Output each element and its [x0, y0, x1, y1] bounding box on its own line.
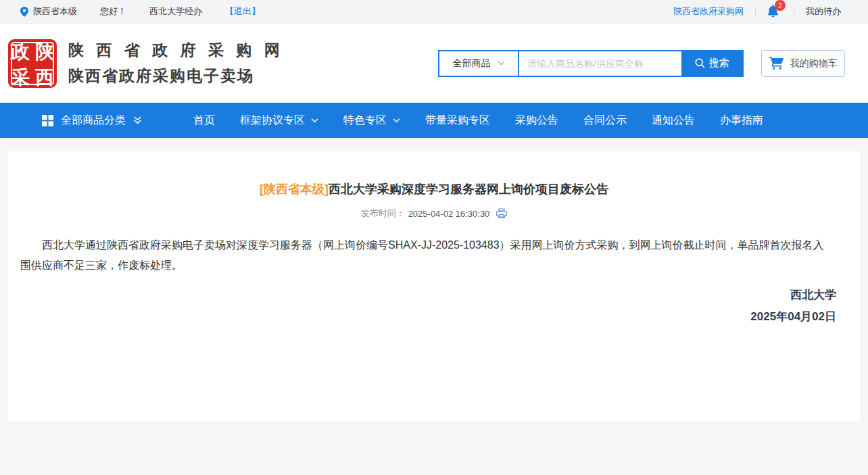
nav-item-procurement-announcements[interactable]: 采购公告: [515, 114, 558, 128]
all-categories-menu[interactable]: 全部商品分类: [0, 114, 142, 128]
logo-char: 采: [8, 65, 32, 91]
nav-item-label: 办事指南: [720, 114, 763, 128]
nav-item-label: 采购公告: [515, 114, 558, 128]
nav-item-contract-publicity[interactable]: 合同公示: [583, 114, 627, 128]
nav-item-label: 带量采购专区: [425, 114, 490, 128]
double-chevron-down-icon: [133, 116, 142, 124]
search-input[interactable]: [519, 51, 681, 76]
operator-name: 西北大学经办: [149, 5, 202, 18]
portal-link[interactable]: 陕西省政府采购网: [673, 5, 744, 18]
content-area: [陕西省本级]西北大学采购深度学习服务器网上询价项目废标公告 发布时间： 202…: [0, 138, 868, 422]
logout-link[interactable]: 【退出】: [225, 5, 260, 18]
search-button-label: 搜索: [709, 57, 729, 70]
nav-item-notices[interactable]: 通知公告: [652, 114, 695, 128]
nav-item-label: 通知公告: [652, 114, 695, 128]
greeting-text: 您好！: [100, 5, 126, 18]
notification-badge: 2: [775, 0, 786, 11]
location-pin-icon: [20, 7, 28, 17]
all-categories-label: 全部商品分类: [61, 114, 126, 128]
nav-item-volume-purchase-zone[interactable]: 带量采购专区: [425, 114, 490, 128]
search-category-select[interactable]: 全部商品: [439, 51, 519, 76]
site-logo[interactable]: 政 陕 采 西: [8, 39, 57, 88]
print-icon[interactable]: [496, 208, 507, 219]
logo-char: 陕: [32, 39, 57, 65]
nav-item-framework-zone[interactable]: 框架协议专区: [240, 114, 318, 128]
divider: [794, 7, 794, 16]
announcement-card: [陕西省本级]西北大学采购深度学习服务器网上询价项目废标公告 发布时间： 202…: [8, 151, 860, 422]
grid-icon: [42, 115, 53, 126]
divider: [755, 7, 756, 16]
site-title-block: 陕 西 省 政 府 采 购 网 陕西省政府采购电子卖场: [68, 40, 284, 86]
nav-item-label: 首页: [193, 114, 215, 128]
topbar-left: 陕西省本级 您好！ 西北大学经办 【退出】: [20, 5, 283, 18]
nav-menu: 首页 框架协议专区 特色专区 带量采购专区 采购公告 合同公示 通知公告 办事指…: [193, 114, 763, 128]
nav-item-label: 合同公示: [583, 114, 627, 128]
cart-icon: [769, 57, 783, 70]
todo-link[interactable]: 我的待办: [806, 5, 841, 18]
chevron-down-icon: [311, 118, 318, 123]
site-header: 政 陕 采 西 陕 西 省 政 府 采 购 网 陕西省政府采购电子卖场 全部商品…: [0, 24, 868, 103]
announcement-body: 西北大学通过陕西省政府采购电子卖场对深度学习服务器（网上询价编号SHAX-JJ-…: [20, 235, 825, 276]
announcement-title: [陕西省本级]西北大学采购深度学习服务器网上询价项目废标公告: [8, 181, 860, 197]
chevron-down-icon: [498, 61, 505, 66]
nav-item-label: 特色专区: [343, 114, 387, 128]
publish-time-label: 发布时间：: [361, 207, 405, 220]
chevron-down-icon: [393, 118, 400, 123]
publish-meta: 发布时间： 2025-04-02 16:30:30: [8, 207, 860, 220]
notification-bell-icon[interactable]: 2: [767, 5, 782, 18]
location-selector[interactable]: 陕西省本级: [20, 5, 77, 18]
main-nav: 全部商品分类 首页 框架协议专区 特色专区 带量采购专区 采购公告 合同公示 通…: [0, 103, 868, 138]
search-button[interactable]: 搜索: [681, 51, 742, 76]
site-title-line2: 陕西省政府采购电子卖场: [68, 66, 284, 86]
search-bar: 全部商品 搜索: [438, 50, 744, 77]
cart-button[interactable]: 我的购物车: [761, 50, 845, 77]
topbar-right: 陕西省政府采购网 2 我的待办: [673, 5, 841, 18]
announcement-title-text: 西北大学采购深度学习服务器网上询价项目废标公告: [329, 182, 608, 196]
nav-item-featured-zone[interactable]: 特色专区: [343, 114, 400, 128]
logo-char: 西: [32, 65, 57, 91]
signature-org: 西北大学: [8, 284, 836, 306]
nav-item-service-guide[interactable]: 办事指南: [720, 114, 763, 128]
search-category-value: 全部商品: [453, 57, 491, 70]
site-title-line1: 陕 西 省 政 府 采 购 网: [68, 40, 284, 61]
signature-date: 2025年04月02日: [8, 306, 836, 328]
nav-item-label: 框架协议专区: [240, 114, 305, 128]
search-icon: [695, 58, 705, 68]
topbar: 陕西省本级 您好！ 西北大学经办 【退出】 陕西省政府采购网 2 我的待办: [0, 0, 868, 24]
region-tag: [陕西省本级]: [260, 182, 329, 196]
publish-time-value: 2025-04-02 16:30:30: [408, 209, 490, 219]
announcement-signature: 西北大学 2025年04月02日: [8, 284, 860, 328]
nav-item-home[interactable]: 首页: [193, 114, 215, 128]
location-label: 陕西省本级: [33, 5, 77, 18]
logo-char: 政: [8, 39, 32, 65]
cart-button-label: 我的购物车: [790, 57, 838, 70]
